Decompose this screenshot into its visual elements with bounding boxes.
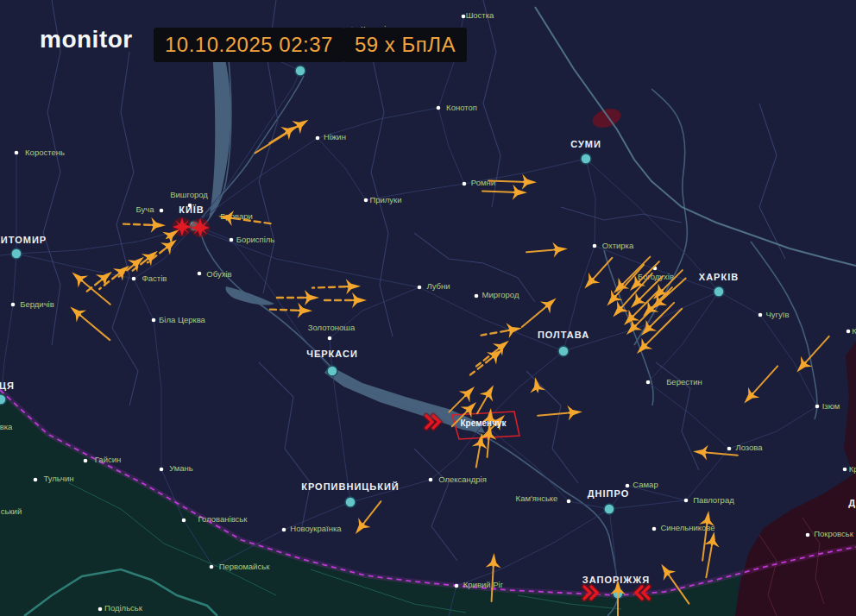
capital-dot (581, 154, 591, 164)
capital-dot (11, 248, 22, 259)
town-dot (815, 405, 820, 409)
capital-label: ЧЕРНІГІВ (219, 50, 270, 60)
capital-label: ВІННИЦЯ (0, 380, 15, 391)
town-dot (843, 468, 847, 472)
town-label: Корюківка (361, 24, 400, 34)
town-label: Новоукраїнка (290, 524, 342, 533)
town-dot (160, 468, 164, 472)
town-label: ський (1, 506, 22, 516)
capital-label: КРОПИВНИЦЬКИЙ (301, 481, 400, 492)
drone-trail (488, 180, 521, 181)
capital-dot (0, 394, 6, 405)
town-label: Бердичів (20, 299, 54, 309)
town-dot (198, 272, 202, 276)
town-dot (182, 519, 186, 523)
town-label: Прилуки (369, 195, 401, 204)
town-dot (210, 565, 214, 569)
town-dot (475, 294, 479, 299)
town-dot (758, 313, 763, 317)
town-dot (646, 380, 651, 385)
capital-label: КИЇВ (179, 204, 205, 215)
capital-label: ЖИТОМИР (0, 235, 47, 245)
town-dot (34, 478, 38, 482)
capital-label: ДНІПРО (588, 488, 630, 499)
town-label: Біла Церква (159, 315, 206, 324)
town-label: вка (0, 422, 13, 431)
town-dot (316, 136, 320, 141)
town-dot (350, 28, 355, 32)
capital-label: ЗАПОРІЖЖЯ (582, 575, 650, 585)
town-label: Ромни (471, 178, 495, 187)
town-label: Подільськ (104, 603, 143, 613)
town-dot (98, 607, 103, 612)
town-dot (463, 182, 467, 186)
map-canvas[interactable]: КоростеньШосткаКорюківкаКонотопНіжинПрил… (0, 0, 856, 616)
monitor-app: КоростеньШосткаКорюківкаКонотопНіжинПрил… (0, 0, 856, 616)
town-dot (429, 478, 433, 482)
town-dot (132, 277, 136, 281)
town-dot (847, 330, 851, 334)
town-dot (282, 528, 286, 532)
town-dot (462, 15, 466, 19)
capital-label: ХАРКІВ (699, 272, 739, 282)
strike-marker-burst[interactable] (191, 218, 210, 237)
town-dot (437, 106, 441, 110)
town-label: Берестин (666, 377, 702, 387)
town-label: Коростень (25, 148, 65, 157)
town-label: Первомайськ (219, 562, 270, 571)
town-dot (727, 447, 732, 451)
town-label: Конотоп (446, 103, 477, 112)
town-dot (364, 198, 368, 203)
town-dot (806, 533, 810, 537)
town-dot (84, 459, 88, 463)
town-label: Золотоноша (308, 323, 356, 332)
strike-marker-chev-left[interactable] (636, 587, 649, 599)
capital-dot (295, 66, 305, 76)
town-label: Фастів (142, 273, 167, 283)
capital-dot (714, 286, 724, 297)
town-dot (11, 303, 16, 307)
town-dot (230, 238, 234, 242)
town-dot (626, 484, 630, 488)
town-dot (684, 499, 689, 503)
town-dot (15, 151, 19, 155)
town-label: Лубни (426, 281, 450, 291)
town-label: Ізюм (822, 401, 840, 411)
capital-dot (604, 504, 614, 514)
town-dot (160, 209, 164, 213)
town-label: Куп'янськ (852, 326, 856, 336)
town-label: Шостка (466, 10, 494, 20)
town-label: Чугуїв (766, 310, 790, 319)
kremenchuk-label: Кременчук (460, 418, 507, 428)
capital-label: СУМИ (570, 139, 601, 149)
town-label: Кам'янське (516, 493, 558, 503)
town-label: Олександрія (438, 475, 487, 484)
drone-trail (123, 224, 150, 225)
town-label: Лозова (735, 443, 763, 452)
town-label: Буча (135, 204, 154, 214)
town-dot (567, 500, 571, 504)
strike-marker-chev-right[interactable] (584, 587, 597, 599)
town-label: Гайсин (95, 455, 122, 464)
town-label: Ніжин (324, 132, 346, 141)
capital-label: ЧЕРКАСИ (306, 349, 358, 359)
town-label: Охтирка (602, 241, 634, 250)
capital-label: ПОЛТАВА (538, 330, 589, 340)
town-label: Самар (633, 480, 658, 489)
town-dot (455, 584, 459, 588)
strike-marker-chev-right[interactable] (426, 416, 439, 428)
town-label: Миргород (482, 290, 519, 299)
town-dot (152, 318, 156, 323)
town-label: Тульчин (43, 474, 73, 483)
town-label: Павлоград (693, 495, 734, 505)
town-label: Голованівськ (198, 514, 249, 524)
town-dot (652, 527, 657, 531)
town-label: Вишгород (170, 190, 208, 199)
town-label: Покровськ (814, 529, 853, 538)
capital-label: ДОНЕЦЬК (848, 498, 856, 508)
capital-dot (327, 366, 337, 376)
town-label: Краматорськ (849, 464, 856, 474)
capital-dot (345, 497, 356, 507)
drone-trail (268, 310, 297, 311)
town-label: Умань (169, 463, 193, 473)
